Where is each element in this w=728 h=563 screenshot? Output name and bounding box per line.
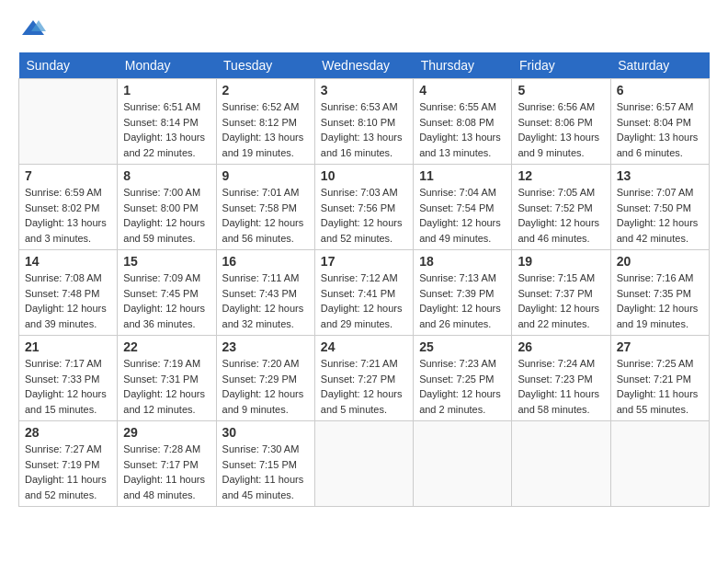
header-day-thursday: Thursday [414, 52, 512, 79]
day-number: 12 [518, 168, 604, 183]
day-info: Sunrise: 7:24 AM Sunset: 7:23 PM Dayligh… [518, 356, 604, 417]
calendar-cell: 12Sunrise: 7:05 AM Sunset: 7:52 PM Dayli… [512, 165, 610, 250]
day-info: Sunrise: 7:01 AM Sunset: 7:58 PM Dayligh… [222, 185, 309, 246]
calendar-cell: 3Sunrise: 6:53 AM Sunset: 8:10 PM Daylig… [314, 79, 413, 165]
day-info: Sunrise: 7:12 AM Sunset: 7:41 PM Dayligh… [321, 270, 407, 331]
day-number: 24 [321, 339, 407, 354]
calendar-cell: 2Sunrise: 6:52 AM Sunset: 8:12 PM Daylig… [216, 79, 314, 165]
day-info: Sunrise: 7:20 AM Sunset: 7:29 PM Dayligh… [222, 356, 309, 417]
day-number: 16 [222, 254, 309, 269]
calendar-cell: 7Sunrise: 6:59 AM Sunset: 8:02 PM Daylig… [19, 165, 118, 250]
calendar-cell: 14Sunrise: 7:08 AM Sunset: 7:48 PM Dayli… [19, 250, 118, 336]
calendar-cell [19, 79, 118, 165]
calendar-cell: 23Sunrise: 7:20 AM Sunset: 7:29 PM Dayli… [216, 336, 314, 421]
calendar-cell: 16Sunrise: 7:11 AM Sunset: 7:43 PM Dayli… [216, 250, 314, 336]
calendar-cell [314, 421, 413, 507]
day-info: Sunrise: 7:16 AM Sunset: 7:35 PM Dayligh… [617, 270, 703, 331]
day-info: Sunrise: 7:05 AM Sunset: 7:52 PM Dayligh… [518, 185, 604, 246]
calendar-cell: 15Sunrise: 7:09 AM Sunset: 7:45 PM Dayli… [118, 250, 216, 336]
calendar-cell [414, 421, 512, 507]
day-info: Sunrise: 7:08 AM Sunset: 7:48 PM Dayligh… [25, 270, 111, 331]
calendar-cell: 10Sunrise: 7:03 AM Sunset: 7:56 PM Dayli… [314, 165, 413, 250]
calendar-cell: 20Sunrise: 7:16 AM Sunset: 7:35 PM Dayli… [610, 250, 709, 336]
day-number: 14 [25, 254, 111, 269]
page-container: SundayMondayTuesdayWednesdayThursdayFrid… [18, 18, 710, 507]
day-info: Sunrise: 6:53 AM Sunset: 8:10 PM Dayligh… [321, 99, 407, 160]
calendar-cell: 17Sunrise: 7:12 AM Sunset: 7:41 PM Dayli… [314, 250, 413, 336]
day-number: 10 [321, 168, 407, 183]
day-info: Sunrise: 7:30 AM Sunset: 7:15 PM Dayligh… [222, 442, 309, 502]
calendar-cell: 19Sunrise: 7:15 AM Sunset: 7:37 PM Dayli… [512, 250, 610, 336]
calendar-cell: 8Sunrise: 7:00 AM Sunset: 8:00 PM Daylig… [118, 165, 216, 250]
day-number: 27 [617, 339, 703, 354]
day-number: 8 [123, 168, 210, 183]
calendar-cell: 25Sunrise: 7:23 AM Sunset: 7:25 PM Dayli… [414, 336, 512, 421]
day-number: 28 [25, 425, 111, 440]
day-number: 7 [25, 168, 111, 183]
calendar-cell: 28Sunrise: 7:27 AM Sunset: 7:19 PM Dayli… [19, 421, 118, 507]
day-number: 30 [222, 425, 309, 440]
day-number: 15 [123, 254, 210, 269]
day-number: 21 [25, 339, 111, 354]
day-info: Sunrise: 7:03 AM Sunset: 7:56 PM Dayligh… [321, 185, 407, 246]
calendar-cell: 27Sunrise: 7:25 AM Sunset: 7:21 PM Dayli… [610, 336, 709, 421]
header [18, 18, 710, 43]
day-info: Sunrise: 7:13 AM Sunset: 7:39 PM Dayligh… [419, 270, 506, 331]
day-number: 1 [123, 83, 210, 98]
calendar-cell: 11Sunrise: 7:04 AM Sunset: 7:54 PM Dayli… [414, 165, 512, 250]
day-number: 19 [518, 254, 604, 269]
day-info: Sunrise: 7:09 AM Sunset: 7:45 PM Dayligh… [123, 270, 210, 331]
day-info: Sunrise: 7:19 AM Sunset: 7:31 PM Dayligh… [123, 356, 210, 417]
logo [18, 18, 46, 43]
day-number: 25 [419, 339, 506, 354]
week-row-5: 28Sunrise: 7:27 AM Sunset: 7:19 PM Dayli… [19, 421, 710, 507]
calendar-table: SundayMondayTuesdayWednesdayThursdayFrid… [18, 52, 710, 507]
day-info: Sunrise: 7:11 AM Sunset: 7:43 PM Dayligh… [222, 270, 309, 331]
calendar-cell: 1Sunrise: 6:51 AM Sunset: 8:14 PM Daylig… [118, 79, 216, 165]
day-number: 13 [617, 168, 703, 183]
day-info: Sunrise: 6:57 AM Sunset: 8:04 PM Dayligh… [617, 99, 703, 160]
day-info: Sunrise: 7:27 AM Sunset: 7:19 PM Dayligh… [25, 442, 111, 502]
calendar-cell: 9Sunrise: 7:01 AM Sunset: 7:58 PM Daylig… [216, 165, 314, 250]
day-info: Sunrise: 6:51 AM Sunset: 8:14 PM Dayligh… [123, 99, 210, 160]
header-day-tuesday: Tuesday [216, 52, 314, 79]
header-day-sunday: Sunday [19, 52, 118, 79]
day-number: 26 [518, 339, 604, 354]
calendar-cell: 21Sunrise: 7:17 AM Sunset: 7:33 PM Dayli… [19, 336, 118, 421]
calendar-cell [610, 421, 709, 507]
day-number: 6 [617, 83, 703, 98]
day-number: 22 [123, 339, 210, 354]
day-info: Sunrise: 7:21 AM Sunset: 7:27 PM Dayligh… [321, 356, 407, 417]
calendar-cell [512, 421, 610, 507]
logo-text [18, 18, 46, 43]
day-info: Sunrise: 6:55 AM Sunset: 8:08 PM Dayligh… [419, 99, 506, 160]
day-info: Sunrise: 7:00 AM Sunset: 8:00 PM Dayligh… [123, 185, 210, 246]
day-info: Sunrise: 7:28 AM Sunset: 7:17 PM Dayligh… [123, 442, 210, 502]
day-number: 4 [419, 83, 506, 98]
week-row-4: 21Sunrise: 7:17 AM Sunset: 7:33 PM Dayli… [19, 336, 710, 421]
calendar-cell: 22Sunrise: 7:19 AM Sunset: 7:31 PM Dayli… [118, 336, 216, 421]
logo-icon [20, 18, 46, 39]
day-number: 18 [419, 254, 506, 269]
calendar-cell: 5Sunrise: 6:56 AM Sunset: 8:06 PM Daylig… [512, 79, 610, 165]
calendar-cell: 13Sunrise: 7:07 AM Sunset: 7:50 PM Dayli… [610, 165, 709, 250]
day-info: Sunrise: 6:59 AM Sunset: 8:02 PM Dayligh… [25, 185, 111, 246]
day-number: 5 [518, 83, 604, 98]
day-number: 20 [617, 254, 703, 269]
calendar-cell: 29Sunrise: 7:28 AM Sunset: 7:17 PM Dayli… [118, 421, 216, 507]
day-info: Sunrise: 7:15 AM Sunset: 7:37 PM Dayligh… [518, 270, 604, 331]
header-day-saturday: Saturday [610, 52, 709, 79]
day-number: 23 [222, 339, 309, 354]
calendar-cell: 6Sunrise: 6:57 AM Sunset: 8:04 PM Daylig… [610, 79, 709, 165]
logo-general [18, 26, 46, 41]
day-info: Sunrise: 6:56 AM Sunset: 8:06 PM Dayligh… [518, 99, 604, 160]
header-day-wednesday: Wednesday [314, 52, 413, 79]
day-info: Sunrise: 7:17 AM Sunset: 7:33 PM Dayligh… [25, 356, 111, 417]
header-day-friday: Friday [512, 52, 610, 79]
day-info: Sunrise: 6:52 AM Sunset: 8:12 PM Dayligh… [222, 99, 309, 160]
calendar-cell: 18Sunrise: 7:13 AM Sunset: 7:39 PM Dayli… [414, 250, 512, 336]
calendar-cell: 30Sunrise: 7:30 AM Sunset: 7:15 PM Dayli… [216, 421, 314, 507]
day-info: Sunrise: 7:04 AM Sunset: 7:54 PM Dayligh… [419, 185, 506, 246]
week-row-2: 7Sunrise: 6:59 AM Sunset: 8:02 PM Daylig… [19, 165, 710, 250]
day-number: 9 [222, 168, 309, 183]
